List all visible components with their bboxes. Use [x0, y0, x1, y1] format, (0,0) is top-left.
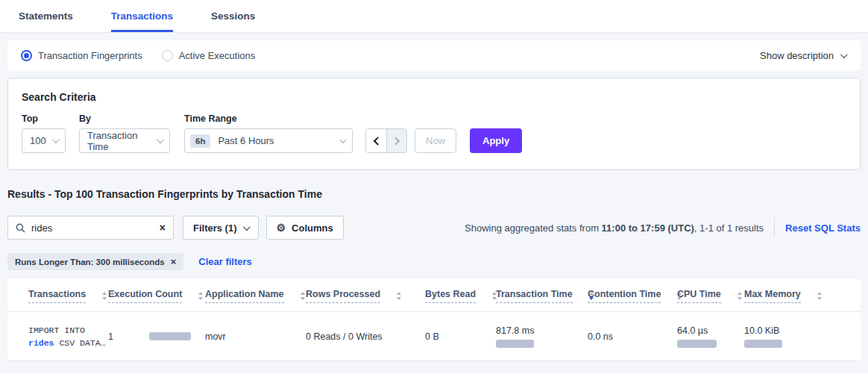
tab-statements[interactable]: Statements: [19, 0, 73, 32]
time-range-label: Time Range: [184, 113, 365, 124]
col-header-rows-processed[interactable]: Rows Processed: [298, 279, 418, 312]
view-radio-group: Transaction Fingerprints Active Executio…: [21, 50, 255, 61]
stats-period: 11:00 to 17:59 (UTC): [602, 222, 694, 234]
by-select[interactable]: Transaction Time: [79, 128, 170, 153]
cell-application-name: movr: [198, 312, 298, 361]
time-next-button[interactable]: [386, 129, 406, 152]
cell-rows-processed: 0 Reads / 0 Writes: [298, 312, 418, 361]
radio-selected-icon: [21, 50, 32, 61]
application-name-value: movr: [205, 331, 226, 342]
time-nav-group: [365, 128, 407, 153]
col-header-cpu-time[interactable]: CPU Time: [670, 279, 737, 312]
search-input[interactable]: [31, 222, 160, 234]
sort-icon[interactable]: [817, 292, 822, 300]
time-range-value: Past 6 Hours: [218, 135, 274, 146]
sort-icon[interactable]: [102, 292, 107, 300]
table-row: IMPORT INTO rides CSV DATA… 1 movr: [7, 312, 861, 361]
gear-icon: ⚙: [277, 222, 286, 233]
max-memory-value: 10.0 KiB: [744, 325, 856, 336]
active-filters-row: Runs Longer Than: 300 milliseconds × Cle…: [7, 253, 861, 270]
search-criteria-title: Search Criteria: [22, 91, 846, 103]
cell-execution-count: 1: [101, 312, 198, 361]
filter-chip-label: Runs Longer Than: 300 milliseconds: [15, 258, 165, 267]
by-label: By: [79, 113, 184, 124]
top-select-value: 100: [30, 135, 46, 146]
clear-search-icon[interactable]: ×: [160, 222, 166, 233]
aggregated-stats-text: Showing aggregated stats from 11:00 to 1…: [465, 222, 764, 234]
col-header-transaction-time[interactable]: Transaction Time: [488, 279, 580, 312]
top-select[interactable]: 100: [22, 128, 66, 153]
by-field: By Transaction Time: [79, 113, 184, 153]
sort-icon[interactable]: [738, 292, 742, 300]
sort-icon[interactable]: [198, 292, 203, 300]
filter-chip: Runs Longer Than: 300 milliseconds ×: [7, 253, 183, 270]
col-header-execution-count[interactable]: Execution Count: [101, 279, 198, 312]
time-prev-button[interactable]: [366, 129, 386, 152]
apply-button[interactable]: Apply: [470, 128, 522, 153]
results-controls-row: × Filters (1) ⚙ Columns Showing aggregat…: [7, 216, 861, 240]
search-criteria-row: Top 100 By Transaction Time Time Range 6…: [22, 113, 846, 153]
chevron-left-icon: [373, 137, 381, 145]
cell-bytes-read: 0 B: [418, 312, 488, 361]
search-box[interactable]: ×: [7, 216, 174, 240]
radio-label: Transaction Fingerprints: [38, 50, 142, 61]
results-heading: Results - Top 100 Transaction Fingerprin…: [7, 188, 861, 200]
transaction-time-bar: [496, 340, 534, 348]
chevron-down-icon: [52, 136, 60, 143]
view-toggle-bar: Transaction Fingerprints Active Executio…: [7, 40, 861, 70]
radio-transaction-fingerprints[interactable]: Transaction Fingerprints: [21, 50, 142, 61]
filters-button[interactable]: Filters (1): [183, 216, 259, 240]
radio-label: Active Executions: [179, 50, 256, 61]
contention-time-value: 0.0 ns: [588, 331, 613, 342]
rows-processed-value: 0 Reads / 0 Writes: [306, 331, 383, 342]
table-name-rides[interactable]: rides: [28, 338, 54, 348]
sort-icon[interactable]: [397, 292, 401, 300]
remove-filter-icon[interactable]: ×: [171, 257, 177, 267]
filters-button-label: Filters (1): [193, 222, 237, 234]
execution-count-bar: [149, 332, 191, 340]
cell-max-memory: 10.0 KiB: [737, 312, 861, 361]
show-description-toggle[interactable]: Show description: [760, 50, 846, 61]
col-header-contention-time[interactable]: Contention Time: [580, 279, 670, 312]
clear-filters-link[interactable]: Clear filters: [198, 256, 252, 267]
col-header-max-memory[interactable]: Max Memory: [737, 279, 861, 312]
chevron-down-icon: [339, 136, 347, 143]
cell-cpu-time: 64.0 µs: [670, 312, 737, 361]
by-select-value: Transaction Time: [87, 130, 157, 152]
radio-active-executions[interactable]: Active Executions: [162, 50, 256, 61]
reset-sql-stats-link[interactable]: Reset SQL Stats: [785, 222, 861, 234]
now-button[interactable]: Now: [415, 128, 456, 153]
cpu-time-value: 64.0 µs: [677, 325, 732, 336]
cpu-time-bar: [677, 340, 717, 348]
cell-contention-time: 0.0 ns: [580, 312, 670, 361]
transactions-page: Statements Transactions Sessions Transac…: [0, 0, 868, 374]
page-tabbar: Statements Transactions Sessions: [0, 0, 868, 33]
results-table: Transactions Execution Count Application…: [7, 279, 861, 361]
top-field: Top 100: [22, 113, 79, 153]
sort-icon[interactable]: [301, 292, 305, 300]
transaction-fingerprint-link[interactable]: IMPORT INTO rides CSV DATA…: [28, 324, 96, 349]
cell-transaction: IMPORT INTO rides CSV DATA…: [7, 312, 101, 361]
chevron-down-icon: [157, 136, 164, 143]
radio-unselected-icon: [162, 50, 173, 61]
time-range-field: Time Range 6h Past 6 Hours: [184, 113, 365, 153]
tab-transactions[interactable]: Transactions: [111, 0, 173, 32]
chevron-right-icon: [391, 137, 400, 145]
time-range-badge: 6h: [190, 134, 210, 148]
time-range-select[interactable]: 6h Past 6 Hours: [184, 128, 353, 153]
search-criteria-card: Search Criteria Top 100 By Transaction T…: [7, 78, 861, 170]
col-header-application-name[interactable]: Application Name: [198, 279, 298, 312]
col-header-transactions[interactable]: Transactions: [7, 279, 101, 312]
tab-sessions[interactable]: Sessions: [211, 0, 255, 32]
chevron-down-icon: [242, 223, 250, 231]
cell-transaction-time: 817.8 ms: [488, 312, 580, 361]
vertical-divider: [774, 218, 775, 237]
columns-button[interactable]: ⚙ Columns: [266, 216, 344, 240]
max-memory-bar: [744, 340, 782, 348]
top-label: Top: [22, 113, 79, 124]
show-description-label: Show description: [760, 50, 834, 61]
col-header-bytes-read[interactable]: Bytes Read: [418, 279, 488, 312]
bytes-read-value: 0 B: [425, 331, 439, 342]
execution-count-value: 1: [108, 331, 113, 342]
transaction-time-value: 817.8 ms: [496, 325, 576, 336]
